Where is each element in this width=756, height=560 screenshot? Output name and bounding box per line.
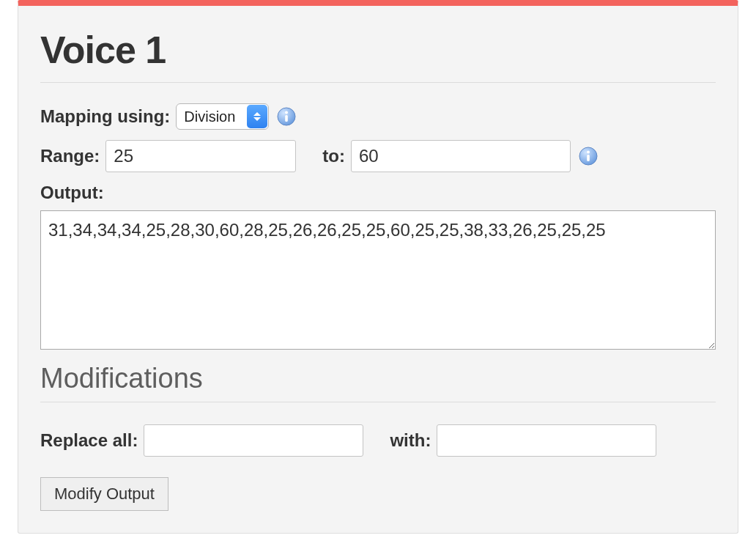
modifications-divider [40, 402, 716, 402]
mapping-select-wrap: Division [176, 103, 269, 130]
mapping-select[interactable]: Division [176, 103, 269, 130]
page-title: Voice 1 [40, 28, 716, 72]
svg-point-4 [587, 151, 590, 154]
modifications-heading: Modifications [40, 363, 716, 394]
range-label: Range: [40, 146, 100, 166]
replace-with-label: with: [390, 430, 431, 451]
mapping-label: Mapping using: [40, 106, 170, 127]
svg-rect-2 [286, 115, 289, 122]
replace-with-input[interactable] [437, 424, 656, 457]
voice-panel: Voice 1 Mapping using: Division [18, 0, 738, 534]
replace-row: Replace all: with: [40, 424, 716, 457]
range-from-input[interactable] [105, 140, 296, 172]
info-icon[interactable] [578, 146, 598, 166]
range-to-input[interactable] [351, 140, 571, 172]
range-row: Range: to: [40, 140, 716, 172]
replace-all-label: Replace all: [40, 430, 138, 451]
info-icon[interactable] [276, 106, 297, 127]
replace-all-input[interactable] [144, 424, 363, 457]
range-to-label: to: [322, 146, 345, 166]
output-label: Output: [40, 183, 716, 203]
title-divider [40, 82, 716, 83]
svg-point-1 [285, 111, 288, 114]
modify-output-button[interactable]: Modify Output [40, 477, 168, 511]
svg-rect-5 [587, 155, 590, 161]
output-textarea[interactable] [40, 210, 716, 350]
mapping-row: Mapping using: Division [40, 103, 716, 130]
